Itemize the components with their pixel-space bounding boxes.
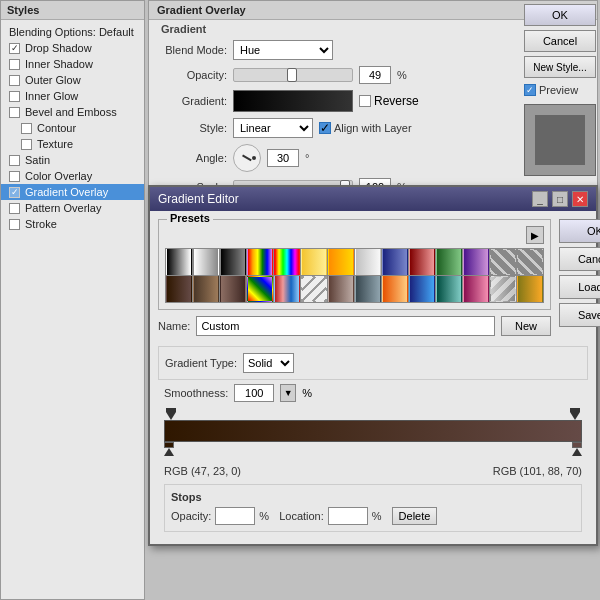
sidebar-item-bevel-emboss[interactable]: Bevel and Emboss	[1, 104, 144, 120]
preset-item-0[interactable]	[166, 249, 192, 275]
preset-item-24[interactable]	[436, 276, 462, 302]
sidebar-label-bevel-emboss: Bevel and Emboss	[25, 106, 117, 118]
blend-mode-select[interactable]: Hue	[233, 40, 333, 60]
sidebar-item-color-overlay[interactable]: Color Overlay	[1, 168, 144, 184]
gradient-editor-titlebar: Gradient Editor _ □ ✕	[150, 187, 596, 211]
checkbox-contour[interactable]	[21, 123, 32, 134]
preset-item-9[interactable]	[409, 249, 435, 275]
preset-item-1[interactable]	[193, 249, 219, 275]
checkbox-satin[interactable]	[9, 155, 20, 166]
maximize-button[interactable]: □	[552, 191, 568, 207]
close-button[interactable]: ✕	[572, 191, 588, 207]
stop-opacity-input[interactable]	[215, 507, 255, 525]
sidebar-label-color-overlay: Color Overlay	[25, 170, 92, 182]
sidebar-item-blending-options[interactable]: Blending Options: Default	[1, 24, 144, 40]
sidebar-item-inner-shadow[interactable]: Inner Shadow	[1, 56, 144, 72]
angle-label: Angle:	[157, 152, 227, 164]
gradient-preview[interactable]	[233, 90, 353, 112]
preview-checkbox[interactable]: ✓	[524, 84, 536, 96]
preset-item-11[interactable]	[463, 249, 489, 275]
smoothness-stepper[interactable]: ▼	[280, 384, 296, 402]
preset-item-2[interactable]	[220, 249, 246, 275]
preset-item-21[interactable]	[355, 276, 381, 302]
new-style-button[interactable]: New Style...	[524, 56, 596, 78]
location-field: Location: %	[279, 507, 381, 525]
sidebar-item-texture[interactable]: Texture	[1, 136, 144, 152]
smoothness-input[interactable]	[234, 384, 274, 402]
angle-input[interactable]	[267, 149, 299, 167]
stop-location-input[interactable]	[328, 507, 368, 525]
sidebar-item-pattern-overlay[interactable]: Pattern Overlay	[1, 200, 144, 216]
preset-item-19[interactable]	[301, 276, 327, 302]
minimize-button[interactable]: _	[532, 191, 548, 207]
preset-item-18[interactable]	[274, 276, 300, 302]
checkbox-outer-glow[interactable]	[9, 75, 20, 86]
preset-item-5[interactable]	[301, 249, 327, 275]
sidebar-item-gradient-overlay[interactable]: Gradient Overlay	[1, 184, 144, 200]
style-select[interactable]: Linear	[233, 118, 313, 138]
preset-item-15[interactable]	[193, 276, 219, 302]
name-row: Name: New	[158, 316, 551, 336]
align-checkbox[interactable]: ✓	[319, 122, 331, 134]
sidebar-label-drop-shadow: Drop Shadow	[25, 42, 92, 54]
checkbox-inner-shadow[interactable]	[9, 59, 20, 70]
preset-item-14[interactable]	[166, 276, 192, 302]
preset-item-13[interactable]	[517, 249, 543, 275]
preset-item-7[interactable]	[355, 249, 381, 275]
reverse-label: Reverse	[374, 94, 419, 108]
angle-dial[interactable]	[233, 144, 261, 172]
checkbox-pattern-overlay[interactable]	[9, 203, 20, 214]
preset-item-23[interactable]	[409, 276, 435, 302]
preset-item-16[interactable]	[220, 276, 246, 302]
checkbox-texture[interactable]	[21, 139, 32, 150]
color-stop-left[interactable]	[164, 442, 174, 456]
preset-item-17[interactable]	[247, 276, 273, 302]
sidebar-item-outer-glow[interactable]: Outer Glow	[1, 72, 144, 88]
ge-save-button[interactable]: Save...	[559, 303, 600, 327]
color-stop-right[interactable]	[572, 442, 582, 456]
preset-item-4[interactable]	[274, 249, 300, 275]
ge-ok-button[interactable]: OK	[559, 219, 600, 243]
preset-item-25[interactable]	[463, 276, 489, 302]
preset-item-8[interactable]	[382, 249, 408, 275]
sidebar-item-stroke[interactable]: Stroke	[1, 216, 144, 232]
sidebar-item-drop-shadow[interactable]: Drop Shadow	[1, 40, 144, 56]
sidebar-label-inner-shadow: Inner Shadow	[25, 58, 93, 70]
checkbox-stroke[interactable]	[9, 219, 20, 230]
sidebar-item-satin[interactable]: Satin	[1, 152, 144, 168]
gradient-type-label: Gradient Type:	[165, 357, 237, 369]
sidebar-item-contour[interactable]: Contour	[1, 120, 144, 136]
preset-item-22[interactable]	[382, 276, 408, 302]
preset-item-27[interactable]	[517, 276, 543, 302]
opacity-input[interactable]	[359, 66, 391, 84]
preset-item-10[interactable]	[436, 249, 462, 275]
ge-load-button[interactable]: Load...	[559, 275, 600, 299]
new-gradient-button[interactable]: New	[501, 316, 551, 336]
gradient-bar[interactable]	[164, 420, 582, 442]
name-label: Name:	[158, 320, 190, 332]
preset-item-6[interactable]	[328, 249, 354, 275]
checkbox-bevel-emboss[interactable]	[9, 107, 20, 118]
checkbox-inner-glow[interactable]	[9, 91, 20, 102]
checkbox-gradient-overlay[interactable]	[9, 187, 20, 198]
ge-cancel-button[interactable]: Cancel	[559, 247, 600, 271]
cancel-button[interactable]: Cancel	[524, 30, 596, 52]
opacity-stop-right[interactable]	[570, 408, 580, 420]
name-input[interactable]	[196, 316, 495, 336]
opacity-slider[interactable]	[233, 68, 353, 82]
preset-item-20[interactable]	[328, 276, 354, 302]
layer-styles-panel: Styles Blending Options: DefaultDrop Sha…	[0, 0, 145, 600]
reverse-checkbox[interactable]	[359, 95, 371, 107]
preset-item-12[interactable]	[490, 249, 516, 275]
checkbox-drop-shadow[interactable]	[9, 43, 20, 54]
sidebar-item-inner-glow[interactable]: Inner Glow	[1, 88, 144, 104]
preset-item-26[interactable]	[490, 276, 516, 302]
preset-item-3[interactable]	[247, 249, 273, 275]
checkbox-color-overlay[interactable]	[9, 171, 20, 182]
presets-options-arrow[interactable]: ▶	[526, 226, 544, 244]
ok-button[interactable]: OK	[524, 4, 596, 26]
delete-stop-button[interactable]: Delete	[392, 507, 438, 525]
opacity-stop-left[interactable]	[166, 408, 176, 420]
opacity-stops-row	[164, 408, 582, 420]
gradient-type-select[interactable]: Solid Noise	[243, 353, 294, 373]
